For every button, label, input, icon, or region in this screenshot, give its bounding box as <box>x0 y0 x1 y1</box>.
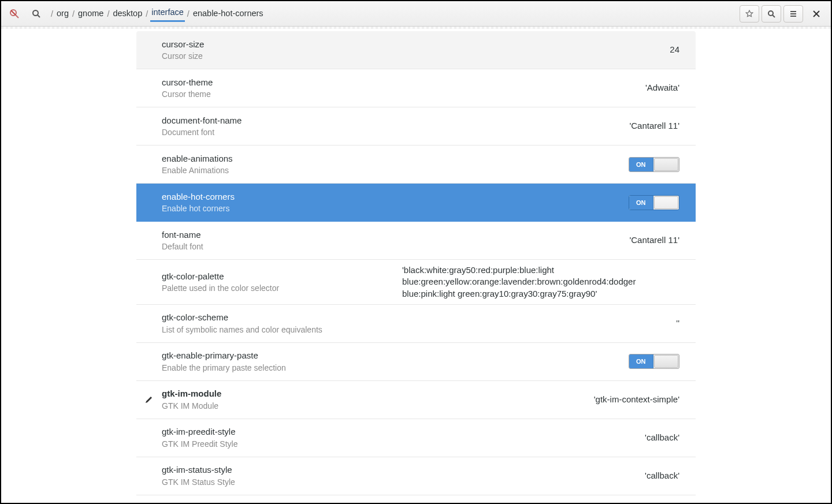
svg-point-3 <box>33 10 38 16</box>
settings-row-document-font-name[interactable]: document-font-nameDocument font'Cantarel… <box>136 107 696 145</box>
row-key: gtk-color-palette <box>162 271 279 282</box>
row-desc: GTK IM Preedit Style <box>162 439 237 449</box>
switch-handle <box>654 196 679 209</box>
row-desc: List of symbolic names and color equival… <box>162 324 322 335</box>
pencil-icon <box>144 395 154 404</box>
row-value: 24 <box>670 44 679 55</box>
settings-row-enable-hot-corners[interactable]: enable-hot-cornersEnable hot cornersON <box>136 184 696 222</box>
settings-row-font-name[interactable]: font-nameDefault font'Cantarell 11' <box>136 222 696 260</box>
settings-row-gtk-color-scheme[interactable]: gtk-color-schemeList of symbolic names a… <box>136 305 696 343</box>
row-key: cursor-size <box>162 39 204 50</box>
row-desc: Enable Animations <box>162 165 233 176</box>
settings-row-cursor-size[interactable]: cursor-sizeCursor size24 <box>136 31 696 69</box>
settings-row-gtk-enable-primary-paste[interactable]: gtk-enable-primary-pasteEnable the prima… <box>136 343 696 381</box>
settings-row-gtk-im-status-style[interactable]: gtk-im-status-styleGTK IM Status Style'c… <box>136 457 696 495</box>
row-desc: Cursor theme <box>162 89 213 99</box>
row-desc: Cursor size <box>162 51 204 61</box>
settings-row-gtk-color-palette[interactable]: gtk-color-palettePalette used in the col… <box>136 260 696 305</box>
svg-line-1 <box>16 15 18 18</box>
back-to-search-icon[interactable] <box>27 5 46 23</box>
row-value: 'Cantarell 11' <box>629 234 679 246</box>
close-button[interactable] <box>805 5 827 23</box>
search-button[interactable] <box>762 5 781 23</box>
header-bar: / org / gnome / desktop / interface / en… <box>1 1 831 27</box>
switch-on-label: ON <box>629 196 653 210</box>
row-key: gtk-im-status-style <box>162 464 235 476</box>
row-desc: GTK IM Status Style <box>162 477 235 487</box>
row-labels: gtk-enable-primary-pasteEnable the prima… <box>162 350 286 373</box>
row-desc: GTK IM Module <box>162 401 221 411</box>
menu-button[interactable] <box>783 5 803 23</box>
row-labels: document-font-nameDocument font <box>162 115 242 138</box>
row-key: gtk-im-preedit-style <box>162 426 237 438</box>
crumb-org[interactable]: org <box>55 6 70 21</box>
row-labels: cursor-themeCursor theme <box>162 77 213 100</box>
crumb-desktop[interactable]: desktop <box>112 6 143 21</box>
row-key: document-font-name <box>162 115 242 126</box>
settings-list: cursor-sizeCursor size24cursor-themeCurs… <box>136 31 696 503</box>
row-labels: font-nameDefault font <box>162 229 203 252</box>
svg-line-4 <box>38 15 40 17</box>
row-labels: cursor-sizeCursor size <box>162 39 204 62</box>
row-key: enable-animations <box>162 153 233 165</box>
crumb-interface[interactable]: interface <box>150 5 185 22</box>
row-labels: enable-animationsEnable Animations <box>162 153 233 176</box>
switch-gtk-enable-primary-paste[interactable]: ON <box>629 354 679 369</box>
row-labels: gtk-color-schemeList of symbolic names a… <box>162 312 322 335</box>
row-desc: Enable the primary paste selection <box>162 363 286 373</box>
row-value: 'callback' <box>645 470 679 481</box>
row-value: 'Adwaita' <box>645 82 679 94</box>
row-value: 'black:white:gray50:red:purple:blue:ligh… <box>402 264 679 300</box>
switch-on-label: ON <box>629 354 653 368</box>
header-actions <box>740 5 803 23</box>
row-value: 'callback' <box>645 432 679 443</box>
svg-line-6 <box>772 15 775 17</box>
row-key: gtk-enable-primary-paste <box>162 350 286 361</box>
row-key: font-name <box>162 229 203 241</box>
search-icon <box>767 10 775 18</box>
row-value: 'Cantarell 11' <box>629 120 679 132</box>
row-labels: gtk-im-moduleGTK IM Module <box>162 388 221 411</box>
row-value: '' <box>676 318 679 329</box>
row-key: cursor-theme <box>162 77 213 88</box>
close-icon <box>813 10 820 17</box>
switch-on-label: ON <box>629 158 653 171</box>
crumb-key[interactable]: enable-hot-corners <box>192 6 265 21</box>
breadcrumb: / org / gnome / desktop / interface / en… <box>51 5 265 22</box>
settings-row-gtk-im-module[interactable]: gtk-im-moduleGTK IM Module'gtk-im-contex… <box>136 381 696 419</box>
row-key: gtk-im-module <box>162 388 221 400</box>
row-desc: Enable hot corners <box>162 203 235 214</box>
switch-enable-hot-corners[interactable]: ON <box>629 195 679 210</box>
breadcrumb-root[interactable]: / <box>51 9 53 18</box>
row-desc: Default font <box>162 241 203 252</box>
settings-row-cursor-theme[interactable]: cursor-themeCursor theme'Adwaita' <box>136 69 696 107</box>
crumb-gnome[interactable]: gnome <box>77 6 105 21</box>
row-labels: gtk-color-palettePalette used in the col… <box>162 271 279 294</box>
row-key: enable-hot-corners <box>162 191 235 203</box>
content-area: cursor-sizeCursor size24cursor-themeCurs… <box>1 29 831 503</box>
app-icon <box>5 5 24 23</box>
row-desc: Palette used in the color selector <box>162 283 279 293</box>
hamburger-icon <box>789 10 797 18</box>
row-value: 'gtk-im-context-simple' <box>594 394 679 405</box>
row-desc: Document font <box>162 127 242 137</box>
svg-line-2 <box>11 10 16 15</box>
row-labels: gtk-im-status-styleGTK IM Status Style <box>162 464 235 487</box>
switch-handle <box>654 355 679 368</box>
bookmark-button[interactable] <box>740 5 759 23</box>
settings-row-enable-animations[interactable]: enable-animationsEnable AnimationsON <box>136 145 696 184</box>
switch-handle <box>654 158 679 171</box>
row-labels: gtk-im-preedit-styleGTK IM Preedit Style <box>162 426 237 449</box>
svg-point-5 <box>768 11 773 16</box>
settings-row-gtk-im-preedit-style[interactable]: gtk-im-preedit-styleGTK IM Preedit Style… <box>136 419 696 457</box>
row-labels: enable-hot-cornersEnable hot corners <box>162 191 235 214</box>
star-icon <box>745 10 753 18</box>
switch-enable-animations[interactable]: ON <box>629 157 679 172</box>
row-key: gtk-color-scheme <box>162 312 322 323</box>
